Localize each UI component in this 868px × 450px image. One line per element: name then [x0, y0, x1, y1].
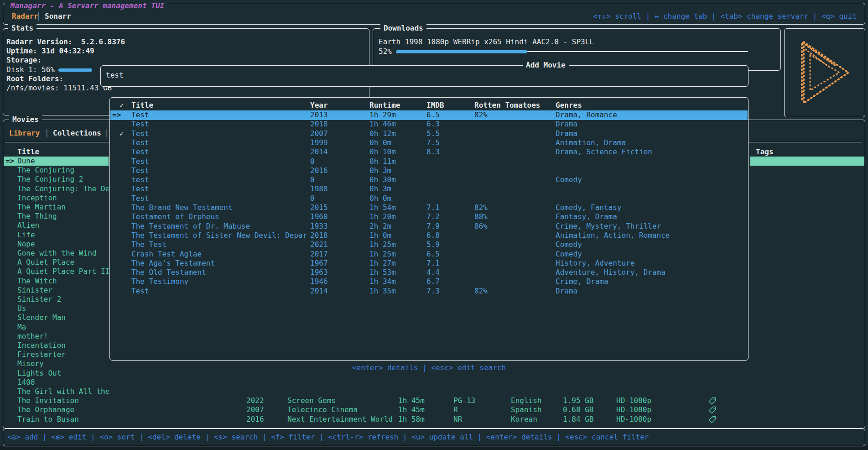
result-runtime: 1h 46m [369, 120, 396, 129]
result-runtime: 0h 0m [369, 194, 391, 203]
movie-title: Life [17, 230, 35, 240]
result-year: 1963 [310, 268, 328, 277]
disk-usage-progress-bar [58, 68, 92, 72]
result-imdb: 7.5 [426, 138, 440, 147]
stats-version-label: Radarr Version: [6, 37, 73, 46]
result-imdb: 7.2 [426, 212, 440, 221]
result-year: 2007 [310, 129, 328, 138]
movie-title: The Orphanage [17, 405, 74, 414]
movie-size: 1.95 GB [563, 396, 593, 405]
movie-title: A Quiet Place [17, 258, 74, 267]
add-movie-column-header: ✓ [120, 101, 124, 110]
tab-sonarr[interactable]: Sonarr [45, 12, 71, 21]
movie-title: Incantation [17, 341, 66, 350]
result-runtime: 0h 3m [369, 166, 391, 175]
result-title: The Testament of Dr. Mabuse [131, 222, 250, 231]
movie-runtime: 1h 45m [398, 396, 425, 405]
movie-size: 0.68 GB [563, 405, 593, 414]
movie-language: Spanish [511, 405, 541, 414]
result-imdb: 7.1 [426, 259, 440, 268]
result-imdb: 4.4 [426, 268, 440, 277]
movie-title: Misery [17, 359, 44, 368]
result-year: 0 [310, 157, 315, 166]
download-progress-bar-track [527, 51, 748, 52]
movie-runtime: 1h 58m [398, 415, 425, 424]
movie-title: A Quiet Place Part II [17, 267, 109, 276]
result-imdb: 7.1 [426, 203, 440, 212]
result-runtime: 1h 34m [369, 277, 396, 286]
result-runtime: 0h 30m [369, 175, 396, 184]
movie-studio: Next Entertainment World [287, 415, 393, 424]
result-runtime: 1h 53m [369, 268, 396, 277]
movie-studio: Telecinco Cinema [287, 405, 358, 414]
result-runtime: 1h 20m [369, 212, 396, 221]
result-imdb: 8.3 [426, 147, 440, 157]
managarr-tui-screen: Managarr - A Servarr management TUI Rada… [0, 0, 868, 450]
result-runtime: 1h 0m [369, 231, 391, 240]
tab-radarr[interactable]: Radarr [12, 12, 38, 21]
stats-root-folders-label: Root Folders: [6, 74, 63, 84]
result-title: Test [131, 110, 149, 120]
result-imdb: 6.8 [426, 231, 440, 240]
movie-title: Ma [17, 323, 26, 332]
movie-title: Firestarter [17, 350, 66, 359]
result-genres: Comedy [556, 250, 582, 259]
download-progress-bar-fill [396, 50, 527, 53]
tab-collections[interactable]: Collections [53, 129, 101, 138]
stats-uptime-label: Uptime: [6, 47, 37, 55]
result-title: The Brand New Testament [131, 203, 233, 212]
result-genres: Animation, Action, Romance [556, 231, 670, 240]
downloads-panel [373, 28, 781, 71]
movie-title: Inception [17, 194, 57, 203]
result-genres: Drama [556, 120, 577, 129]
result-title: Test [131, 120, 149, 129]
result-year: 1933 [310, 222, 328, 231]
monitored-checkmark: ✓ [120, 129, 124, 138]
result-genres: Drama [556, 287, 577, 296]
result-genres: Drama, Romance [556, 110, 617, 120]
movie-title: The Witch [17, 277, 57, 286]
result-runtime: 0h 11m [369, 157, 396, 166]
movie-year: 2007 [246, 405, 264, 414]
result-genres: Adventure, History, Drama [556, 268, 665, 277]
result-genres: Comedy, Fantasy [556, 203, 622, 212]
add-movie-popup-title: Add Movie [523, 61, 569, 70]
cut-off-terminal-line [0, 446, 868, 450]
movie-title: Us [17, 304, 26, 313]
result-rotten-tomatoes: 82% [474, 287, 488, 296]
result-title: The Old Testament [131, 268, 206, 277]
movie-runtime: 1h 45m [398, 405, 425, 414]
movies-tab-divider-2: │ [104, 129, 109, 138]
movies-column-title: Title [17, 147, 39, 157]
downloads-panel-title: Downloads [380, 24, 426, 33]
tab-library[interactable]: Library [9, 129, 40, 138]
movie-title: mother! [17, 332, 48, 341]
movie-title: The Martian [17, 203, 66, 212]
movie-size: 1.84 GB [563, 415, 593, 424]
result-year: 2014 [310, 147, 328, 157]
result-genres: Drama, Science Fiction [556, 147, 652, 157]
stats-root-folder-value: /nfs/movies: 11511.43 GB [6, 84, 112, 93]
stats-uptime-value: 31d 04:32:49 [42, 47, 94, 55]
add-movie-search-input[interactable] [100, 65, 748, 87]
selection-marker: => [5, 157, 14, 166]
stats-disk-label: Disk 1: 56% [6, 65, 55, 74]
tag-icon [708, 416, 716, 424]
result-title: The Test [131, 240, 166, 249]
app-title: Managarr - A Servarr management TUI [7, 1, 167, 10]
movies-column-tags: Tags [756, 147, 774, 157]
result-year: 2015 [310, 203, 328, 212]
selection-marker: => [112, 110, 121, 120]
result-rotten-tomatoes: 82% [474, 203, 488, 212]
movie-title: The Conjuring [17, 166, 74, 175]
add-movie-search-value: test [106, 71, 124, 80]
result-title: Test [131, 138, 149, 147]
movie-title: Train to Busan [17, 415, 79, 424]
movie-studio: Screen Gems [287, 396, 336, 405]
result-rotten-tomatoes: 86% [474, 222, 488, 231]
stats-storage-label: Storage: [6, 56, 42, 65]
result-rotten-tomatoes: 88% [474, 212, 488, 221]
result-runtime: 1h 35m [369, 287, 396, 296]
result-title: Test [131, 166, 149, 175]
result-runtime: 1h 27m [369, 259, 396, 268]
